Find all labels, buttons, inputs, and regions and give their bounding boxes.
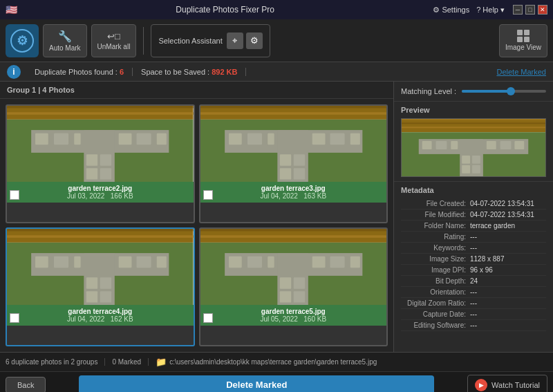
svg-text:⚙: ⚙: [17, 34, 28, 48]
preview-section: Preview: [394, 102, 553, 182]
space-info: Space to be Saved : 892 KB: [133, 68, 246, 76]
photo-card-3[interactable]: garden terrace4.jpg Jul 04, 2022 162 KB: [6, 227, 195, 346]
image-view-button[interactable]: Image View: [499, 24, 547, 57]
photo-footer-2: garden terrace3.jpg Jul 04, 2022 163 KB: [200, 182, 387, 203]
unmark-all-button[interactable]: ↩□ UnMark all: [91, 24, 137, 57]
svg-rect-71: [402, 119, 545, 132]
sa-icon-group: ⌖ ⚙: [227, 32, 263, 49]
meta-key: Folder Name:: [401, 222, 470, 230]
status-summary: 6 duplicate photos in 2 groups: [6, 358, 105, 366]
duplicates-count: 6: [120, 68, 124, 76]
photo-details-3: Jul 04, 2022 162 KB: [11, 315, 189, 323]
photo-checkbox-1[interactable]: [10, 190, 19, 200]
photo-caption-2: garden terrace3.jpg Jul 04, 2022 163 KB: [200, 182, 387, 203]
svg-rect-74: [402, 127, 545, 128]
meta-value: 1128 x 887: [470, 255, 546, 263]
status-path: 📁 c:\users\admin\desktop\kk maps\terrace…: [156, 357, 547, 367]
photo-filename-4: garden terrace5.jpg: [205, 308, 383, 315]
photo-filename-1: garden terrace2.jpg: [11, 185, 189, 192]
meta-value: ---: [470, 299, 546, 307]
delete-marked-button[interactable]: Delete Marked: [79, 375, 434, 393]
meta-value: 96 x 96: [470, 266, 546, 274]
svg-rect-5: [7, 112, 194, 115]
svg-rect-16: [100, 154, 111, 165]
svg-rect-66: [279, 277, 290, 288]
watch-tutorial-button[interactable]: ▶ Watch Tutorial: [467, 375, 547, 393]
right-panel: Matching Level : Preview: [394, 82, 553, 352]
auto-mark-button[interactable]: 🔧 Auto Mark: [43, 24, 87, 57]
svg-rect-84: [462, 156, 470, 164]
play-icon: ▶: [475, 379, 487, 391]
photo-image-1: [7, 106, 194, 182]
svg-rect-48: [157, 256, 167, 268]
svg-rect-62: [268, 256, 274, 268]
toolbar: ⚙ 🔧 Auto Mark ↩□ UnMark all Selection As…: [0, 19, 553, 62]
slider-fill: [462, 90, 512, 93]
svg-rect-13: [136, 133, 151, 144]
photo-image-2: [200, 106, 387, 182]
svg-rect-11: [74, 133, 80, 144]
photo-image-4: [200, 229, 387, 305]
svg-rect-51: [86, 291, 97, 302]
photo-card-2[interactable]: garden terrace3.jpg Jul 04, 2022 163 KB: [199, 104, 388, 223]
separator-1: [143, 27, 144, 55]
help-label[interactable]: ? Help ▾: [476, 6, 505, 15]
svg-rect-80: [451, 141, 458, 149]
meta-value: 04-07-2022 13:54:31: [470, 200, 546, 207]
photos-grid: garden terrace2.jpg Jul 03, 2022 166 KB: [0, 99, 393, 352]
back-button[interactable]: Back: [6, 377, 46, 393]
metadata-row: Image DPI:96 x 96: [401, 265, 546, 276]
main-content: Group 1 | 4 Photos: [0, 82, 553, 352]
photo-footer-3: garden terrace4.jpg Jul 04, 2022 162 KB: [7, 305, 194, 326]
svg-rect-69: [293, 291, 304, 302]
photo-caption-1: garden terrace2.jpg Jul 03, 2022 166 KB: [7, 182, 194, 203]
photo-checkbox-4[interactable]: [203, 313, 213, 323]
metadata-row: File Modified:04-07-2022 13:54:31: [401, 209, 546, 221]
svg-rect-86: [462, 165, 470, 174]
photo-image-3: [7, 229, 194, 305]
title-bar: 🇺🇸 Duplicate Photos Fixer Pro ⚙ Settings…: [0, 0, 553, 19]
photo-checkbox-3[interactable]: [10, 313, 19, 323]
meta-key: Image DPI:: [401, 266, 470, 274]
svg-rect-43: [35, 256, 48, 268]
metadata-row: Keywords:---: [401, 243, 546, 254]
slider-thumb[interactable]: [507, 87, 515, 95]
meta-key: Rating:: [401, 233, 470, 241]
photo-checkbox-2[interactable]: [203, 190, 213, 200]
bottom-bar: Back Delete Marked ▶ Watch Tutorial: [0, 371, 553, 392]
meta-key: Editing Software:: [401, 321, 470, 329]
close-button[interactable]: ✕: [538, 5, 547, 15]
svg-rect-17: [86, 168, 97, 179]
status-path-text: c:\users\admin\desktop\kk maps\terrace g…: [169, 358, 377, 366]
svg-rect-60: [229, 256, 242, 268]
svg-rect-4: [7, 106, 194, 108]
window-controls: ⚙ Settings ? Help ▾ ─ □ ✕: [433, 5, 547, 15]
photo-card-1[interactable]: garden terrace2.jpg Jul 03, 2022 166 KB: [6, 104, 195, 223]
maximize-button[interactable]: □: [525, 5, 535, 15]
meta-value: 24: [470, 277, 546, 285]
matching-level-slider[interactable]: [462, 90, 546, 93]
app-logo: ⚙: [6, 24, 39, 57]
meta-value: ---: [470, 233, 546, 241]
svg-rect-65: [350, 256, 359, 268]
minimize-button[interactable]: ─: [513, 5, 523, 15]
meta-value: ---: [470, 321, 546, 329]
svg-rect-39: [7, 235, 194, 238]
image-view-icon: [517, 30, 529, 42]
meta-value: ---: [470, 244, 546, 252]
svg-rect-82: [500, 141, 512, 149]
delete-marked-link[interactable]: Delete Marked: [496, 68, 546, 76]
group-header: Group 1 | 4 Photos: [0, 82, 393, 99]
matching-level-label: Matching Level :: [401, 87, 456, 95]
sa-cursor-icon[interactable]: ⌖: [227, 32, 243, 49]
metadata-title: Metadata: [401, 186, 546, 194]
sa-settings-icon[interactable]: ⚙: [246, 32, 263, 49]
photo-card-4[interactable]: garden terrace5.jpg Jul 05, 2022 160 KB: [199, 227, 388, 346]
meta-key: Digital Zoom Ratio:: [401, 299, 470, 307]
flag-us-icon: 🇺🇸: [6, 4, 17, 15]
meta-key: Image Size:: [401, 255, 470, 263]
svg-rect-28: [268, 133, 274, 144]
metadata-section: Metadata File Created:04-07-2022 13:54:3…: [394, 182, 553, 352]
folder-icon: 📁: [156, 357, 167, 367]
settings-label[interactable]: ⚙ Settings: [433, 6, 469, 15]
